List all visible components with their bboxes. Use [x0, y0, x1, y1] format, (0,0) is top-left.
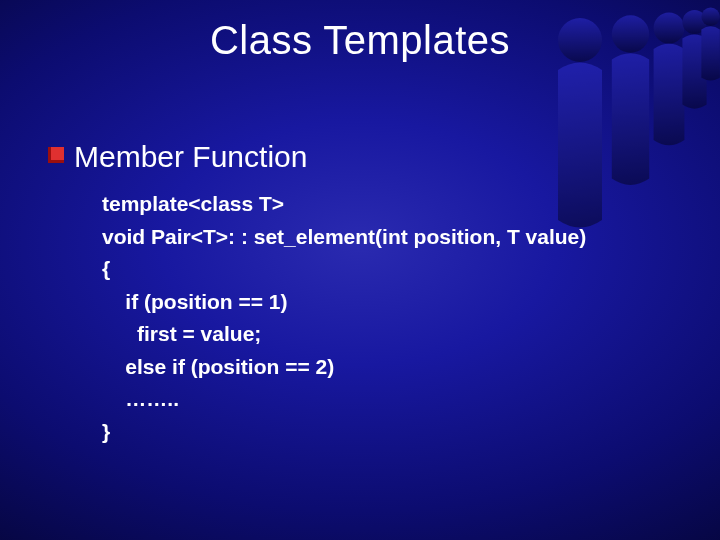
code-line: if (position == 1) [102, 290, 288, 313]
heading-text: Member Function [74, 140, 307, 174]
code-line: template<class T> [102, 192, 284, 215]
code-line: else if (position == 2) [102, 355, 334, 378]
svg-rect-6 [51, 147, 64, 160]
code-line: first = value; [102, 322, 261, 345]
slide-title: Class Templates [0, 18, 720, 63]
heading-row: Member Function [48, 140, 690, 174]
bullet-icon [48, 147, 64, 167]
slide: Class Templates Member Function template… [0, 0, 720, 540]
slide-content: Member Function template<class T> void P… [48, 140, 690, 448]
code-block: template<class T> void Pair<T>: : set_el… [102, 188, 690, 448]
code-line: void Pair<T>: : set_element(int position… [102, 225, 586, 248]
code-line: …….. [102, 387, 179, 410]
code-line: } [102, 420, 110, 443]
code-line: { [102, 257, 110, 280]
